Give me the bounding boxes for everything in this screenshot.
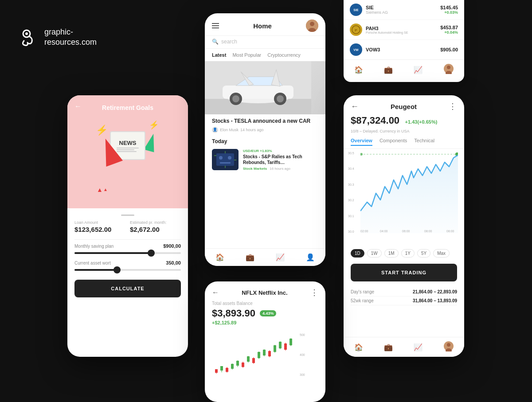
svg-point-1 [25,32,28,35]
today-section: Today [205,136,325,146]
svg-rect-73 [289,339,292,345]
stock-chart-svg: 02:00 04:00 06:00 08:00 08:00 [360,149,458,233]
retirement-illustration: ⚡ ⚡ NEWS ▲ ▲ [88,116,168,195]
svg-point-18 [219,156,223,160]
month-label: Estimated pr. month: [130,220,181,225]
balance-value: $3,893.90 [212,308,255,319]
search-bar[interactable]: 🔍 search [205,36,325,49]
phone2-navbar: Home [205,13,325,36]
time-btn-5y[interactable]: 5Y [417,249,430,258]
main-price: $87,324.00 [351,115,399,126]
chart-section: 30.5 30.4 30.3 30.2 30.1 30.0 [344,149,464,246]
article2-source-row: Stock Markets 16 hours ago [243,167,318,171]
wallet-nav-icon[interactable]: 💼 [246,253,254,261]
tab-most-popular[interactable]: Most Popular [232,52,261,58]
phone3-wallet-icon[interactable]: 💼 [384,66,393,74]
start-trading-button[interactable]: START TRADING [351,264,457,281]
svg-point-32 [360,153,363,156]
phone4-home-icon[interactable]: 🏠 [354,343,363,351]
logo-area: graphic- resources.com [18,27,97,48]
phone4-tabs: Overview Components Technical [344,133,464,149]
svg-rect-53 [236,361,239,366]
vw-price-col: $905.00 [440,47,458,52]
slider-fill-1 [74,252,151,254]
siemens-price-col: $145.45 +0.03% [440,5,458,15]
porsche-price-col: $453.87 +0.04% [440,25,458,35]
svg-rect-57 [247,356,250,362]
phone4-menu-icon[interactable]: ⋮ [449,101,457,111]
news-item-snp: USD/EUR +1.83% Stocks - S&P Ralies as Te… [205,146,325,173]
saving-row: Monthly saving plan $900,00 [74,243,181,249]
loan-amount-field: Loan Amount $123,652.00 [74,220,125,233]
chart-nav-icon[interactable]: 📈 [276,253,285,261]
phone3-home-icon[interactable]: 🏠 [354,66,363,74]
svg-text:02:00: 02:00 [360,230,368,233]
siemens-logo: SIE [350,4,362,16]
tesla-article: Stocks - TESLA announced a new CAR 👤 Elo… [205,114,325,136]
stock-item-vow3[interactable]: VW VOW3 $905.00 [344,40,464,59]
stock-item-pah3[interactable]: P PAH3 Porsche Automobil Holding SE $453… [344,20,464,40]
svg-point-28 [447,66,450,69]
calculate-button[interactable]: CALCULATE [74,280,181,297]
svg-text:06:00: 06:00 [402,230,410,233]
vw-logo: VW [350,43,362,56]
phone3-chart-icon[interactable]: 📈 [414,66,422,74]
nav-title: Home [253,22,272,30]
svg-point-3 [310,22,314,26]
svg-rect-61 [258,352,260,358]
tesla-image [205,61,325,114]
svg-point-13 [232,95,239,102]
days-range-row: Day's range 21,864.00 – 22,893.09 [351,288,457,297]
small-arrow2-icon: ▲ [103,187,108,192]
tab-overview[interactable]: Overview [351,138,372,146]
asset-slider[interactable] [74,269,181,271]
time-btn-1w[interactable]: 1W [367,249,382,258]
phone4-bottom-nav: 🏠 💼 📈 [344,337,464,357]
tab-components[interactable]: Components [379,138,407,146]
phone3-profile-icon[interactable] [443,63,454,76]
phone1-title: Retirement Goals [102,104,153,111]
y-label-6: 30.5 [348,152,360,155]
user-avatar[interactable] [306,20,318,32]
svg-rect-59 [252,358,255,363]
time-btn-1d[interactable]: 1D [351,249,364,258]
slider-thumb-1[interactable] [148,250,155,257]
hamburger-menu[interactable] [212,23,219,28]
svg-rect-20 [220,162,231,164]
time-btn-1y[interactable]: 1Y [401,249,415,258]
phone5-back-icon[interactable]: ← [212,289,219,297]
phone4-profile-icon[interactable] [443,341,454,353]
article1-title: Stocks - TESLA announced a new CAR [212,118,318,125]
tab-latest[interactable]: Latest [212,52,226,58]
asset-row: Current asset wort 350,00 [74,260,181,265]
svg-text:500: 500 [300,333,305,336]
saving-value: $900,00 [163,243,181,249]
week-range-row: 52wk range 31,864.00 – 13,893.09 [351,297,457,305]
time-btn-1m[interactable]: 1M [384,249,399,258]
svg-rect-67 [274,345,276,352]
profile-nav-icon[interactable]: 👤 [306,253,315,261]
phone1-body: Loan Amount $123,652.00 Estimated pr. mo… [67,208,188,304]
phone4-wallet-icon[interactable]: 💼 [384,343,393,351]
phone-stocks-list: SIE SIE Siemens AG $145.45 +0.03% P PAH3… [344,0,464,82]
slider-thumb-2[interactable] [113,266,121,273]
phone5-menu-icon[interactable]: ⋮ [310,288,318,297]
home-nav-icon[interactable]: 🏠 [215,253,224,261]
stock-item-sie[interactable]: SIE SIE Siemens AG $145.45 +0.03% [344,0,464,20]
logo-icon [18,27,39,48]
balance-change: +$2,125.89 [212,320,318,325]
time-btn-max[interactable]: Max [433,249,450,258]
logo-text: graphic- resources.com [44,27,97,48]
tab-technical[interactable]: Technical [414,138,434,146]
saving-slider[interactable] [74,252,181,254]
svg-rect-45 [215,369,218,373]
balance-row: $3,893.90 4.43% [212,308,318,319]
phone1-fields: Loan Amount $123,652.00 Estimated pr. mo… [74,220,181,233]
tab-cryptocurrency[interactable]: Cryptocurrency [267,52,301,58]
phone4-back-icon[interactable]: ← [351,102,359,111]
vw-info: VOW3 [366,47,440,52]
svg-rect-55 [242,363,244,367]
back-arrow-icon[interactable]: ← [74,102,82,110]
phone4-chart-icon[interactable]: 📈 [414,343,422,351]
y-label-2: 30.1 [348,215,360,218]
